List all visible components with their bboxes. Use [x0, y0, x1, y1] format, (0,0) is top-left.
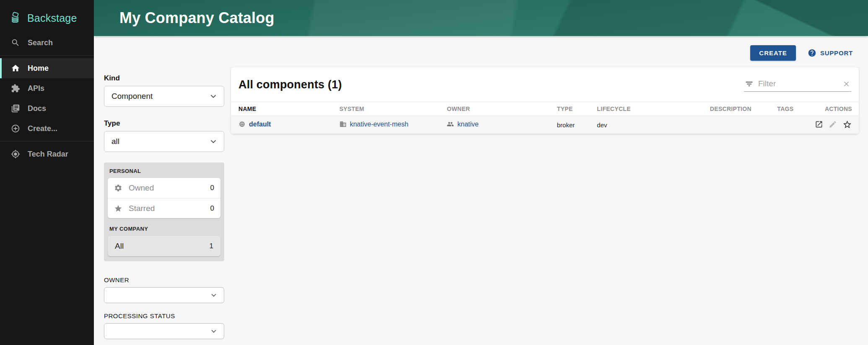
table-header-row: NAME SYSTEM OWNER TYPE LIFECYCLE DESCRIP…: [231, 102, 859, 116]
system-icon: [339, 121, 347, 128]
table-filter-field: [744, 77, 851, 92]
edit-icon[interactable]: [829, 120, 837, 129]
table-title: All components (1): [238, 78, 342, 91]
page-header: My Company Catalog: [94, 0, 868, 36]
add-circle-icon: [11, 124, 20, 133]
starred-label: Starred: [129, 204, 155, 213]
user-filters-card: PERSONAL Owned 0 Starred 0 MY COMPANY Al…: [104, 162, 224, 261]
column-header-lifecycle[interactable]: LIFECYCLE: [597, 102, 710, 116]
radar-icon: [11, 149, 20, 159]
all-filter[interactable]: All 1: [108, 236, 220, 256]
chevron-down-icon: [210, 327, 218, 335]
sidebar-divider: [0, 55, 94, 56]
help-icon: [808, 49, 816, 57]
description-cell: [710, 116, 777, 134]
logo-wordmark: Backstage: [27, 12, 77, 24]
kind-select[interactable]: Component: [104, 86, 224, 107]
sidebar-item-label: APIs: [28, 84, 44, 93]
owner-link-text: knative: [457, 121, 479, 128]
kind-label: Kind: [104, 74, 224, 82]
support-label: SUPPORT: [820, 49, 853, 57]
extension-icon: [11, 84, 20, 93]
column-header-type[interactable]: TYPE: [557, 102, 597, 116]
star-icon: [114, 204, 122, 213]
open-in-new-icon[interactable]: [815, 120, 823, 129]
entity-name-link[interactable]: default: [238, 121, 271, 128]
system-link-text: knative-event-mesh: [350, 121, 409, 128]
group-icon: [447, 121, 454, 128]
chevron-down-icon: [209, 92, 218, 101]
owner-label: OWNER: [104, 276, 224, 283]
toolbar: CREATE SUPPORT: [750, 45, 853, 61]
personal-list: Owned 0 Starred 0: [108, 178, 220, 218]
column-header-description[interactable]: DESCRIPTION: [710, 102, 777, 116]
all-label: All: [115, 242, 124, 251]
tags-cell: [777, 116, 815, 134]
support-button[interactable]: SUPPORT: [808, 49, 853, 57]
sidebar-item-label: Create...: [28, 124, 57, 133]
sidebar-item-search[interactable]: Search: [0, 33, 94, 53]
column-header-system[interactable]: SYSTEM: [339, 102, 447, 116]
sidebar-item-label: Docs: [28, 104, 46, 113]
type-value: all: [111, 137, 119, 146]
clear-filter-icon[interactable]: [842, 80, 850, 88]
starred-filter[interactable]: Starred 0: [108, 198, 220, 218]
backstage-logo[interactable]: Backstage: [0, 0, 94, 33]
star-outline-icon[interactable]: [842, 120, 852, 129]
processing-status-label: PROCESSING STATUS: [104, 312, 224, 319]
table-row: default knative-event-mesh: [231, 116, 859, 134]
owned-count: 0: [210, 184, 214, 192]
type-cell: broker: [557, 116, 597, 134]
column-header-tags[interactable]: TAGS: [777, 102, 815, 116]
table-header-bar: All components (1): [231, 67, 859, 102]
lifecycle-cell: dev: [597, 116, 710, 134]
owned-label: Owned: [129, 183, 154, 193]
column-header-owner[interactable]: OWNER: [447, 102, 557, 116]
column-header-name[interactable]: NAME: [231, 102, 339, 116]
entity-name-text: default: [249, 121, 271, 128]
personal-section-title: PERSONAL: [109, 168, 220, 174]
table-filter-input[interactable]: [758, 79, 838, 88]
processing-status-select[interactable]: [104, 323, 224, 339]
search-icon: [11, 38, 20, 47]
owned-filter[interactable]: Owned 0: [108, 178, 220, 198]
filter-list-icon: [745, 80, 754, 88]
sidebar-item-tech-radar[interactable]: Tech Radar: [0, 144, 94, 164]
owner-select[interactable]: [104, 287, 224, 303]
row-actions: [815, 120, 852, 129]
system-link[interactable]: knative-event-mesh: [339, 121, 409, 128]
kind-value: Component: [111, 92, 153, 101]
all-count: 1: [210, 242, 213, 250]
company-section-title: MY COMPANY: [109, 226, 220, 232]
backstage-logo-icon: [9, 12, 22, 24]
sidebar-item-home[interactable]: Home: [0, 58, 94, 78]
components-table: NAME SYSTEM OWNER TYPE LIFECYCLE DESCRIP…: [231, 102, 859, 134]
filters-panel: Kind Component Type all PERSONAL Owned 0: [104, 74, 224, 339]
sidebar-item-create[interactable]: Create...: [0, 118, 94, 139]
chevron-down-icon: [209, 137, 218, 146]
sidebar-item-label: Tech Radar: [28, 150, 68, 159]
sidebar-item-label: Search: [28, 39, 53, 47]
starred-count: 0: [210, 204, 214, 213]
page-title: My Company Catalog: [119, 9, 275, 27]
sidebar-item-docs[interactable]: Docs: [0, 98, 94, 118]
catalog-table-card: All components (1) NAME SYSTEM OWNER TYP…: [231, 67, 859, 134]
sidebar-divider: [0, 141, 94, 142]
column-header-actions: ACTIONS: [815, 102, 859, 116]
settings-icon: [114, 184, 122, 192]
sidebar-item-apis[interactable]: APIs: [0, 78, 94, 98]
component-icon: [238, 121, 246, 128]
chevron-down-icon: [210, 291, 218, 299]
docs-icon: [11, 104, 20, 113]
create-button[interactable]: CREATE: [750, 45, 796, 61]
owner-link[interactable]: knative: [447, 121, 479, 128]
type-select[interactable]: all: [104, 131, 224, 152]
sidebar: Backstage Search Home APIs Docs Create..…: [0, 0, 94, 345]
type-label: Type: [104, 119, 224, 128]
home-icon: [11, 64, 20, 73]
sidebar-item-label: Home: [28, 64, 49, 73]
